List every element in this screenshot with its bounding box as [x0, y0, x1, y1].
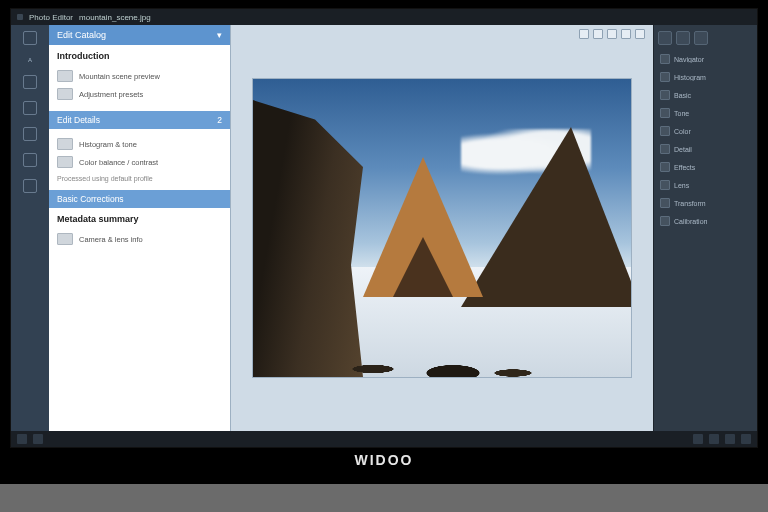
- canvas-area: [231, 25, 653, 431]
- crop-icon[interactable]: [635, 29, 645, 39]
- panel-item[interactable]: Histogram: [658, 69, 753, 85]
- tray-icon[interactable]: [693, 434, 703, 444]
- panel-icon: [660, 90, 670, 100]
- image-canvas[interactable]: [252, 78, 632, 378]
- tray-icon[interactable]: [725, 434, 735, 444]
- document-title: mountain_scene.jpg: [79, 13, 151, 22]
- band-label: Basic Corrections: [57, 194, 124, 204]
- device-brand: WIDOO: [0, 452, 768, 468]
- thumbnail-icon: [57, 88, 73, 100]
- section-intro-title: Introduction: [57, 51, 222, 61]
- section-note: Processed using default profile: [57, 175, 222, 182]
- panel-item[interactable]: Effects: [658, 159, 753, 175]
- list-item-label: Mountain scene preview: [79, 72, 160, 81]
- list-item[interactable]: Camera & lens info: [57, 230, 222, 248]
- canvas-toolbar: [579, 29, 645, 39]
- rail-web-icon[interactable]: [23, 153, 37, 167]
- photo-peak-right: [461, 127, 632, 307]
- activity-rail: A: [11, 25, 49, 431]
- list-item-label: Color balance / contrast: [79, 158, 158, 167]
- section-band-basic[interactable]: Basic Corrections: [49, 190, 230, 208]
- tray-icon[interactable]: [741, 434, 751, 444]
- device-chin: [0, 484, 768, 512]
- panel-item-label: Tone: [674, 110, 689, 117]
- panel-icon: [660, 144, 670, 154]
- panel-icon: [660, 126, 670, 136]
- rail-print-icon[interactable]: [23, 127, 37, 141]
- chevron-down-icon[interactable]: ▾: [217, 30, 222, 40]
- section-meta-title: Metadata summary: [57, 214, 222, 224]
- panel-icon: [660, 54, 670, 64]
- window-menu-icon[interactable]: [17, 14, 23, 20]
- band-count: 2: [217, 115, 222, 125]
- right-panel: Navigator Histogram Basic Tone Color Det…: [653, 25, 757, 431]
- panel-icon: [660, 162, 670, 172]
- titlebar: Photo Editor mountain_scene.jpg: [11, 9, 757, 25]
- list-item-label: Camera & lens info: [79, 235, 143, 244]
- panel-item-label: Navigator: [674, 56, 704, 63]
- thumbnail-icon: [57, 138, 73, 150]
- panel-item[interactable]: Navigator: [658, 51, 753, 67]
- panel-icon: [660, 216, 670, 226]
- panel-icon: [660, 180, 670, 190]
- panel-tab-icon[interactable]: [694, 31, 708, 45]
- thumbnail-icon: [57, 70, 73, 82]
- panel-icon: [660, 72, 670, 82]
- list-item[interactable]: Histogram & tone: [57, 135, 222, 153]
- panel-item[interactable]: Calibration: [658, 213, 753, 229]
- section-band-details[interactable]: Edit Details 2: [49, 111, 230, 129]
- rail-develop-icon[interactable]: [23, 75, 37, 89]
- panel-item-label: Basic: [674, 92, 691, 99]
- panel-item[interactable]: Color: [658, 123, 753, 139]
- panel-item[interactable]: Tone: [658, 105, 753, 121]
- rail-library-icon[interactable]: [23, 31, 37, 45]
- panel-item-label: Color: [674, 128, 691, 135]
- start-icon[interactable]: [17, 434, 27, 444]
- thumbnail-icon: [57, 156, 73, 168]
- band-label: Edit Details: [57, 115, 100, 125]
- panel-item-label: Transform: [674, 200, 706, 207]
- fit-icon[interactable]: [607, 29, 617, 39]
- statusbar: [11, 431, 757, 447]
- photo-rocks: [333, 337, 533, 377]
- thumbnail-icon: [57, 233, 73, 245]
- list-item-label: Adjustment presets: [79, 90, 143, 99]
- panel-icon: [660, 198, 670, 208]
- left-panel-title: Edit Catalog: [57, 30, 106, 40]
- panel-item-label: Effects: [674, 164, 695, 171]
- panel-item-label: Detail: [674, 146, 692, 153]
- search-icon[interactable]: [33, 434, 43, 444]
- panel-item[interactable]: Lens: [658, 177, 753, 193]
- rail-settings-icon[interactable]: [23, 179, 37, 193]
- panel-item-label: Calibration: [674, 218, 707, 225]
- panel-item[interactable]: Transform: [658, 195, 753, 211]
- list-item[interactable]: Color balance / contrast: [57, 153, 222, 171]
- panel-item-label: Histogram: [674, 74, 706, 81]
- panel-item[interactable]: Basic: [658, 87, 753, 103]
- panel-item[interactable]: Detail: [658, 141, 753, 157]
- tray-icon[interactable]: [709, 434, 719, 444]
- app-title: Photo Editor: [29, 13, 73, 22]
- panel-icon: [660, 108, 670, 118]
- photo-peak-center: [363, 157, 483, 297]
- panel-item-label: Lens: [674, 182, 689, 189]
- panel-tab-icon[interactable]: [658, 31, 672, 45]
- app-window: Photo Editor mountain_scene.jpg A Edit C…: [10, 8, 758, 448]
- list-item-label: Histogram & tone: [79, 140, 137, 149]
- left-panel-header[interactable]: Edit Catalog ▾: [49, 25, 230, 45]
- panel-tab-icon[interactable]: [676, 31, 690, 45]
- zoom-out-icon[interactable]: [579, 29, 589, 39]
- list-item[interactable]: Mountain scene preview: [57, 67, 222, 85]
- zoom-in-icon[interactable]: [593, 29, 603, 39]
- hand-icon[interactable]: [621, 29, 631, 39]
- rail-map-icon[interactable]: [23, 101, 37, 115]
- rail-label: A: [28, 57, 32, 63]
- left-panel: Edit Catalog ▾ Introduction Mountain sce…: [49, 25, 231, 431]
- list-item[interactable]: Adjustment presets: [57, 85, 222, 103]
